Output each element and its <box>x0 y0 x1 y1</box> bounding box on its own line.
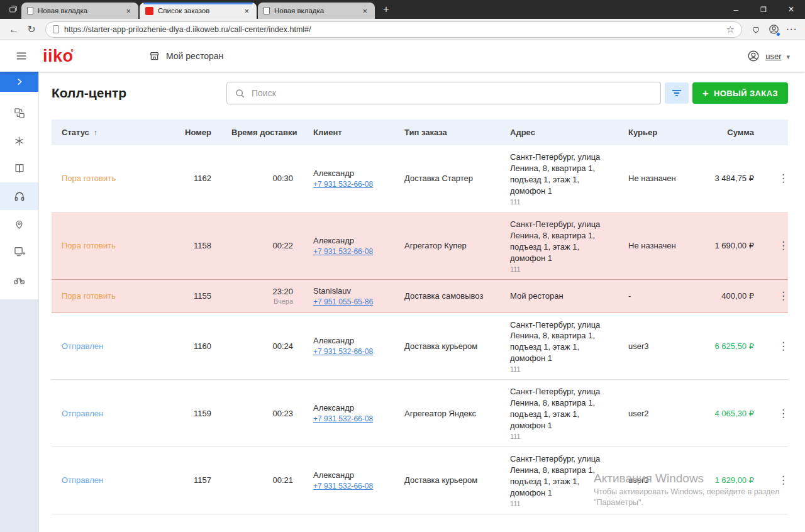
row-menu-button[interactable] <box>774 407 792 420</box>
window-minimize-button[interactable] <box>722 0 750 19</box>
search-box[interactable] <box>226 82 661 104</box>
asterisk-icon <box>13 135 25 147</box>
sidebar <box>0 72 39 532</box>
tab-list-icon[interactable] <box>5 1 21 18</box>
window-close-button[interactable] <box>777 0 805 19</box>
order-address: Санкт-Петербург, улица Ленина, 8, кварти… <box>510 386 608 431</box>
order-type: Доставка курьером <box>394 313 500 380</box>
header-client[interactable]: Клиент <box>303 119 394 145</box>
username-label: user <box>765 52 781 61</box>
header-number[interactable]: Номер <box>165 119 221 145</box>
browser-profile-avatar[interactable] <box>765 21 782 38</box>
page-favicon-icon <box>27 7 33 14</box>
tab-close-icon[interactable] <box>360 6 369 16</box>
courier-name: user3 <box>618 447 703 514</box>
order-sum: 1 629,00 ₽ <box>703 447 764 514</box>
tab-close-icon[interactable] <box>242 6 251 16</box>
browser-menu-icon[interactable] <box>782 21 800 38</box>
bookmark-star-icon[interactable] <box>726 24 735 35</box>
swap-icon <box>13 107 26 119</box>
header-delivery-time[interactable]: Время доставки <box>221 119 303 145</box>
main-content: Колл-центр НОВЫЙ ЗАКАЗ <box>39 72 805 532</box>
window-maximize-button[interactable] <box>750 0 777 19</box>
user-menu[interactable]: user <box>747 49 790 63</box>
row-menu-button[interactable] <box>774 340 792 353</box>
order-row[interactable]: Пора готовить 1162 00:30 Александр +7 93… <box>52 145 788 212</box>
client-phone-link[interactable]: +7 931 532-66-08 <box>313 247 373 256</box>
client-name: Александр <box>313 403 384 413</box>
back-button[interactable] <box>5 21 23 38</box>
filter-button[interactable] <box>665 82 689 104</box>
order-type: Агрегеатор Яндекс <box>394 380 500 447</box>
hamburger-menu-icon[interactable] <box>15 50 28 62</box>
status-badge: Пора готовить <box>62 291 116 301</box>
bike-icon <box>13 273 26 286</box>
url-text: https://starter-app-prilozhenie-dlya-d.i… <box>64 25 721 34</box>
header-status[interactable]: Статус <box>52 119 165 145</box>
new-order-label: НОВЫЙ ЗАКАЗ <box>714 89 778 98</box>
order-row[interactable]: Пора готовить 1158 00:22 Александр +7 93… <box>52 212 788 279</box>
header-order-type[interactable]: Тип заказа <box>394 119 500 145</box>
order-address-note: 111 <box>510 365 608 373</box>
refresh-button[interactable] <box>23 21 40 38</box>
courier-name: - <box>618 279 703 313</box>
sidebar-item-delivery-map[interactable] <box>0 210 38 238</box>
order-row[interactable]: Отправлен 1157 00:21 Александр +7 931 53… <box>52 447 788 514</box>
sidebar-item-aggregators[interactable] <box>0 127 38 155</box>
row-menu-button[interactable] <box>774 289 792 302</box>
site-info-icon[interactable] <box>53 25 59 33</box>
iiko-logo[interactable]: iiko <box>43 48 74 65</box>
order-row[interactable]: Отправлен 1160 00:24 Александр +7 931 53… <box>52 313 788 380</box>
sidebar-item-menu[interactable] <box>0 155 38 182</box>
browser-toolbar: https://starter-app-prilozhenie-dlya-d.i… <box>0 19 805 40</box>
client-name: Александр <box>313 236 384 245</box>
browser-tab-2-active[interactable]: Список заказов <box>140 3 257 19</box>
sidebar-item-couriers[interactable] <box>0 265 38 293</box>
new-tab-button[interactable] <box>380 3 392 16</box>
restaurant-name: Мой ресторан <box>166 51 223 61</box>
status-badge: Отправлен <box>62 409 103 418</box>
order-type: Доставка самовывоз <box>394 279 500 313</box>
search-icon <box>235 88 245 99</box>
client-phone-link[interactable]: +7 931 532-66-08 <box>313 482 373 490</box>
client-phone-link[interactable]: +7 951 055-65-86 <box>313 297 373 306</box>
page-title: Колл-центр <box>52 86 226 101</box>
client-phone-link[interactable]: +7 931 532-66-08 <box>313 180 373 189</box>
user-avatar-icon <box>747 49 760 63</box>
sidebar-item-tables[interactable] <box>0 99 38 127</box>
row-menu-button[interactable] <box>774 474 792 487</box>
header-address[interactable]: Адрес <box>500 119 618 145</box>
tab-title: Новая вкладка <box>38 7 119 14</box>
order-type: Доставка курьером <box>394 447 500 514</box>
order-sum: 3 484,75 ₽ <box>703 145 764 212</box>
order-row[interactable]: Пора готовить 1155 23:20 Вчера Stanislau… <box>52 279 788 313</box>
terminal-plus-icon <box>13 245 26 258</box>
order-number: 1155 <box>165 279 221 313</box>
delivery-time: 00:24 <box>231 341 293 351</box>
sidebar-item-call-center[interactable] <box>0 182 38 210</box>
client-phone-link[interactable]: +7 931 532-66-08 <box>313 414 373 423</box>
browser-essentials-icon[interactable] <box>747 21 765 38</box>
sidebar-item-cash-register[interactable] <box>0 238 38 265</box>
order-address: Санкт-Петербург, улица Ленина, 8, кварти… <box>510 152 608 197</box>
search-input[interactable] <box>252 88 653 98</box>
order-sum: 6 625,50 ₽ <box>703 313 764 380</box>
browser-tab-1[interactable]: Новая вкладка <box>21 3 138 19</box>
header-courier[interactable]: Курьер <box>618 119 703 145</box>
delivery-time: 00:30 <box>231 174 293 183</box>
order-type: Агрегатор Купер <box>394 212 500 279</box>
row-menu-button[interactable] <box>774 172 792 185</box>
new-order-button[interactable]: НОВЫЙ ЗАКАЗ <box>692 82 788 104</box>
sidebar-expand-button[interactable] <box>0 72 38 92</box>
tab-close-icon[interactable] <box>124 6 133 16</box>
order-address-note: 111 <box>510 433 608 440</box>
header-sum[interactable]: Сумма <box>703 119 764 145</box>
browser-tab-3[interactable]: Новая вкладка <box>258 3 375 19</box>
order-address-note: 111 <box>510 198 608 206</box>
courier-name: Не назначен <box>618 145 703 212</box>
restaurant-selector[interactable]: Мой ресторан <box>148 50 223 62</box>
address-bar[interactable]: https://starter-app-prilozhenie-dlya-d.i… <box>45 21 742 38</box>
client-phone-link[interactable]: +7 931 532-66-08 <box>313 347 373 356</box>
row-menu-button[interactable] <box>774 239 792 252</box>
order-row[interactable]: Отправлен 1159 00:23 Александр +7 931 53… <box>52 380 788 447</box>
